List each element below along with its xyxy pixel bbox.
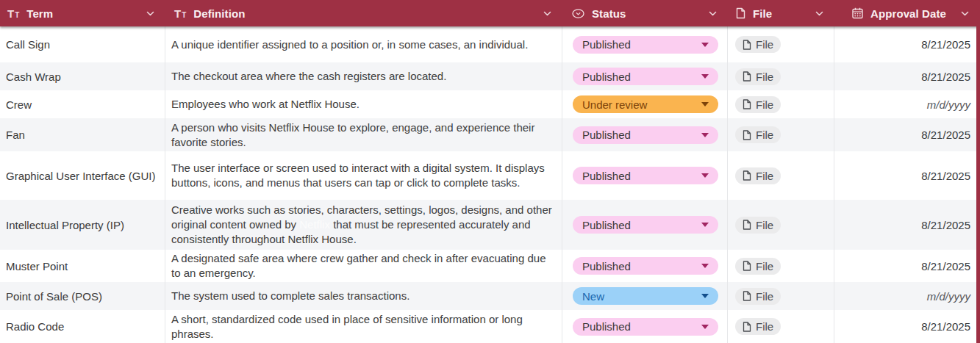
status-cell[interactable]: Published	[562, 26, 728, 62]
approval-date-cell[interactable]: 8/21/2025	[834, 200, 980, 250]
status-cell[interactable]: Published	[562, 118, 728, 151]
definition-cell[interactable]: Creative works such as stories, characte…	[165, 200, 562, 250]
status-label: Published	[582, 71, 631, 83]
table-row: Cash WrapThe checkout area where the cas…	[0, 62, 980, 90]
file-chip-label: File	[756, 290, 773, 303]
status-select[interactable]: Published	[573, 36, 718, 54]
table-row: Point of Sale (POS)The system used to co…	[0, 282, 980, 310]
file-icon	[743, 170, 751, 181]
definition-cell[interactable]: A person who visits Netflix House to exp…	[165, 118, 562, 151]
chevron-down-icon[interactable]	[146, 11, 154, 16]
file-chip[interactable]: File	[735, 126, 781, 143]
definition-cell[interactable]: Employees who work at Netflix House.	[165, 90, 562, 118]
definition-cell[interactable]: The system used to complete sales transa…	[165, 282, 562, 310]
chevron-down-icon[interactable]	[543, 11, 551, 16]
status-select[interactable]: Published	[573, 216, 718, 234]
approval-date-cell[interactable]: 8/21/2025	[834, 151, 980, 200]
term-cell[interactable]: Intellectual Property (IP)	[0, 200, 165, 250]
dropdown-arrow-icon	[701, 173, 709, 178]
file-cell[interactable]: File	[728, 200, 834, 250]
file-chip[interactable]: File	[735, 318, 781, 335]
file-cell[interactable]: File	[728, 62, 834, 90]
approval-date-cell[interactable]: m/d/yyyy	[834, 90, 980, 118]
status-cell[interactable]: Published	[562, 310, 728, 343]
definition-cell[interactable]: The checkout area where the cash registe…	[165, 62, 562, 90]
table-row: Intellectual Property (IP)Creative works…	[0, 200, 980, 250]
dropdown-arrow-icon	[701, 223, 709, 227]
definition-text: A unique identifier assigned to a positi…	[171, 37, 528, 52]
column-header-definition[interactable]: TT Definition	[165, 0, 562, 26]
file-chip-label: File	[756, 129, 773, 141]
table-row: Graphical User Interface (GUI)The user i…	[0, 151, 980, 200]
status-select[interactable]: Under review	[573, 95, 718, 113]
term-cell[interactable]: Graphical User Interface (GUI)	[0, 151, 165, 200]
file-cell[interactable]: File	[728, 310, 834, 343]
column-label-approval-date: Approval Date	[870, 7, 946, 20]
dropdown-arrow-icon	[701, 264, 709, 268]
term-text: Graphical User Interface (GUI)	[6, 169, 155, 183]
approval-date-value: m/d/yyyy	[927, 98, 970, 111]
term-cell[interactable]: Fan	[0, 118, 165, 151]
definition-text: A person who visits Netflix House to exp…	[171, 120, 552, 150]
definition-text: Employees who work at Netflix House.	[171, 97, 360, 112]
status-select[interactable]: Published	[573, 126, 718, 144]
column-header-term[interactable]: TT Term	[0, 0, 165, 26]
term-cell[interactable]: Radio Code	[0, 310, 165, 343]
file-icon	[743, 261, 751, 271]
file-chip[interactable]: File	[735, 288, 781, 305]
file-cell[interactable]: File	[728, 90, 834, 118]
approval-date-value: 8/21/2025	[921, 71, 970, 83]
approval-date-cell[interactable]: 8/21/2025	[834, 26, 980, 62]
file-cell[interactable]: File	[728, 118, 834, 151]
definition-text: The checkout area where the cash registe…	[171, 69, 446, 84]
file-cell[interactable]: File	[728, 151, 834, 200]
definition-cell[interactable]: A short, standardized code used in place…	[165, 310, 562, 343]
approval-date-value: m/d/yyyy	[927, 290, 970, 303]
status-select[interactable]: Published	[573, 68, 718, 85]
file-chip[interactable]: File	[735, 167, 781, 184]
term-cell[interactable]: Cash Wrap	[0, 62, 165, 90]
file-chip[interactable]: File	[735, 68, 781, 85]
file-cell[interactable]: File	[728, 250, 834, 282]
definition-cell[interactable]: A designated safe area where crew gather…	[165, 250, 562, 282]
status-select[interactable]: New	[573, 287, 718, 305]
table-body: Call SignA unique identifier assigned to…	[0, 26, 980, 343]
status-cell[interactable]: New	[562, 282, 728, 310]
definition-fragment: Employees who work at Netflix House.	[171, 98, 360, 110]
definition-fragment: The checkout area where the cash registe…	[171, 70, 446, 82]
file-chip[interactable]: File	[735, 258, 781, 275]
status-select[interactable]: Published	[573, 257, 718, 275]
approval-date-cell[interactable]: 8/21/2025	[834, 310, 980, 343]
definition-cell[interactable]: The user interface or screen used to int…	[165, 151, 562, 200]
column-header-status[interactable]: Status	[562, 0, 728, 26]
term-cell[interactable]: Crew	[0, 90, 165, 118]
status-cell[interactable]: Under review	[562, 90, 728, 118]
file-chip-label: File	[756, 320, 773, 333]
approval-date-cell[interactable]: 8/21/2025	[834, 118, 980, 151]
approval-date-value: 8/21/2025	[921, 260, 970, 272]
approval-date-cell[interactable]: 8/21/2025	[834, 62, 980, 90]
file-chip[interactable]: File	[735, 36, 781, 53]
status-cell[interactable]: Published	[562, 200, 728, 250]
column-header-approval-date[interactable]: Approval Date	[834, 0, 980, 26]
chevron-down-icon[interactable]	[815, 11, 823, 16]
chevron-down-icon[interactable]	[709, 11, 717, 16]
approval-date-cell[interactable]: 8/21/2025	[834, 250, 980, 282]
status-cell[interactable]: Published	[562, 250, 728, 282]
term-cell[interactable]: Muster Point	[0, 250, 165, 282]
file-cell[interactable]: File	[728, 282, 834, 310]
approval-date-cell[interactable]: m/d/yyyy	[834, 282, 980, 310]
chevron-down-icon[interactable]	[961, 11, 969, 16]
column-header-file[interactable]: File	[728, 0, 834, 26]
status-cell[interactable]: Published	[562, 62, 728, 90]
vertical-scrollbar[interactable]	[976, 0, 980, 343]
file-cell[interactable]: File	[728, 26, 834, 62]
term-cell[interactable]: Call Sign	[0, 26, 165, 62]
file-chip[interactable]: File	[735, 217, 781, 234]
definition-cell[interactable]: A unique identifier assigned to a positi…	[165, 26, 562, 62]
status-select[interactable]: Published	[573, 167, 718, 184]
file-chip[interactable]: File	[735, 96, 781, 113]
status-select[interactable]: Published	[573, 318, 718, 336]
term-cell[interactable]: Point of Sale (POS)	[0, 282, 165, 310]
status-cell[interactable]: Published	[562, 151, 728, 200]
